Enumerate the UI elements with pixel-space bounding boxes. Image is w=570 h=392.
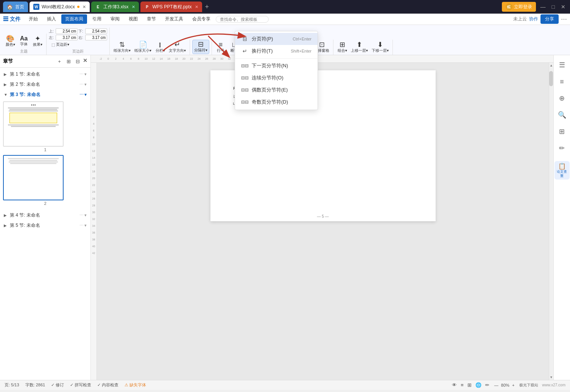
view-icon[interactable]: 👁 bbox=[452, 382, 457, 388]
cloud-button[interactable]: 未上云 bbox=[513, 16, 527, 22]
menu-start[interactable]: 开始 bbox=[25, 14, 42, 24]
tab-excel[interactable]: E 工作簿3.xlsx ✕ bbox=[91, 2, 139, 12]
ribbon-font-btn[interactable]: Aa 字体 bbox=[17, 35, 30, 48]
sidebar-view-btn[interactable]: ☰ bbox=[555, 58, 569, 72]
sidebar-search-btn[interactable]: 🔍 bbox=[555, 108, 569, 122]
menu-vip[interactable]: 会员专享 bbox=[188, 14, 214, 24]
file-menu[interactable]: ☰ 文件 bbox=[3, 16, 20, 23]
sidebar-list-btn[interactable]: ≡ bbox=[555, 75, 569, 88]
content-check[interactable]: ✓ 内容检查 bbox=[97, 382, 118, 388]
scrollbar-vertical[interactable]: ▲ ▼ bbox=[549, 63, 553, 380]
menu-right: 未上云 协作 分享 ⋯ bbox=[513, 14, 567, 24]
scrollbar-thumb[interactable] bbox=[549, 71, 553, 86]
ribbon-group-btn[interactable]: ⊞ 组合▾ bbox=[336, 40, 349, 54]
missing-font[interactable]: ⚠ 缺失字体 bbox=[125, 382, 146, 388]
thumbnail-1[interactable]: ■ ■ ■ 1 bbox=[3, 101, 87, 152]
sidebar-edit-btn[interactable]: ✏ bbox=[555, 141, 569, 155]
ribbon-textdir-btn[interactable]: ↵ 文字方向▾ bbox=[167, 40, 187, 54]
chapter-section-4[interactable]: ▶ 第 4 节: 未命名 ⋯ ▾ bbox=[0, 210, 90, 220]
ribbon-breaks-btn[interactable]: ⊟ 分隔符▾ bbox=[192, 40, 209, 54]
ribbon-columns-btn[interactable]: ⫿ 分栏▾ bbox=[154, 40, 167, 54]
win-maximize[interactable]: □ bbox=[550, 4, 556, 10]
zoom-minus-btn[interactable]: — bbox=[493, 383, 500, 387]
scroll-up-btn[interactable]: ▲ bbox=[550, 64, 553, 67]
win-minimize[interactable]: — bbox=[539, 4, 547, 10]
tab-home[interactable]: 🏠 首页 bbox=[3, 2, 28, 12]
chapter-5-chevron-icon[interactable]: ▾ bbox=[84, 223, 87, 228]
thumbnail-2[interactable]: 2 bbox=[3, 155, 87, 206]
layout-icon[interactable]: ≡ bbox=[461, 382, 464, 388]
sidebar-add-btn[interactable]: ⊕ bbox=[555, 91, 569, 105]
bringforward-icon: ⬆ bbox=[357, 41, 362, 48]
chapter-4-chevron-icon[interactable]: ▾ bbox=[84, 213, 87, 218]
ribbon-sendbackward-btn[interactable]: ⬇ 下移一层▾ bbox=[370, 40, 390, 54]
ribbon-margins-btn[interactable]: ⬚ 页边距▾ bbox=[49, 41, 72, 48]
dropdown-even-page[interactable]: ⊟⊟ 偶数页分节符(E) bbox=[235, 84, 318, 96]
menu-chapter[interactable]: 章节 bbox=[143, 14, 160, 24]
chapter-5-menu-icon[interactable]: ⋯ bbox=[79, 223, 84, 228]
chapter-expand-btn[interactable]: ⊞ bbox=[65, 57, 72, 65]
dropdown-page-break[interactable]: ⊟ 分页符(P) Ctrl+Enter bbox=[235, 33, 318, 45]
share-button[interactable]: 分享 bbox=[540, 14, 559, 24]
scroll-down-btn[interactable]: ▼ bbox=[550, 375, 553, 379]
chapter-2-menu-icon[interactable]: ⋯ bbox=[79, 82, 84, 87]
sidebar-grid-btn[interactable]: ⊞ bbox=[555, 125, 569, 138]
chapter-header: 章节 + ⊞ ⊟ ✕ bbox=[0, 55, 90, 68]
web-icon[interactable]: 🌐 bbox=[475, 382, 481, 388]
win-close[interactable]: ✕ bbox=[559, 4, 567, 10]
dropdown-odd-page[interactable]: ⊟⊟ 奇数页分节符(D) bbox=[235, 96, 318, 108]
margin-right-input[interactable] bbox=[85, 35, 107, 40]
chapter-2-chevron-icon[interactable]: ▾ bbox=[84, 82, 87, 87]
ribbon-orientation-btn[interactable]: ⇅ 纸张方向▾ bbox=[112, 40, 132, 54]
chapter-4-menu-icon[interactable]: ⋯ bbox=[79, 213, 84, 218]
more-menu-icon[interactable]: ⋯ bbox=[561, 15, 567, 23]
chapter-section-5[interactable]: ▶ 第 5 节: 未命名 ⋯ ▾ bbox=[0, 220, 90, 231]
menu-insert[interactable]: 插入 bbox=[43, 14, 60, 24]
login-button[interactable]: tE 立即登录 bbox=[502, 2, 536, 12]
edit-icon[interactable]: ✏ bbox=[485, 382, 489, 388]
chapter-3-chevron-icon[interactable]: ▾ bbox=[84, 92, 87, 97]
chapter-section-3[interactable]: ▼ 第 3 节: 未命名 ⋯ ▾ bbox=[0, 90, 90, 100]
doc-pages-area[interactable]: 内容示例文字段落 这里是文档页面的内容区域，包含一些示例文字段落。 Lorem … bbox=[97, 63, 549, 380]
chapter-close-btn[interactable]: ✕ bbox=[83, 57, 87, 65]
add-tab-button[interactable]: + bbox=[204, 3, 211, 11]
chapter-1-menu-icon[interactable]: ⋯ bbox=[79, 72, 84, 77]
track-changes[interactable]: ✓ 修订 bbox=[51, 382, 64, 388]
menu-dev[interactable]: 开发工具 bbox=[161, 14, 187, 24]
margin-bottom-input[interactable] bbox=[85, 28, 107, 34]
ribbon-bringforward-btn[interactable]: ⬆ 上移一层▾ bbox=[349, 40, 369, 54]
orientation-icon: ⇅ bbox=[119, 41, 125, 48]
search-input[interactable] bbox=[216, 16, 269, 23]
essay-check-button[interactable]: 📋 论文查重 bbox=[554, 161, 570, 180]
tab-ppt[interactable]: P WPS PPT教程.pptx ✕ bbox=[140, 2, 202, 12]
spell-check[interactable]: ✓ 拼写检查 bbox=[70, 382, 91, 388]
margin-top-input[interactable] bbox=[56, 28, 78, 34]
margin-left-input[interactable] bbox=[56, 35, 78, 40]
dropdown-next-page[interactable]: ⊟⊟ 下一页分节符(N) bbox=[235, 60, 318, 72]
excel-tab-close[interactable]: ✕ bbox=[132, 5, 135, 9]
colab-button[interactable]: 协作 bbox=[529, 16, 538, 22]
zoom-plus-btn[interactable]: + bbox=[511, 383, 515, 387]
zoom-controls: — 80% + bbox=[493, 383, 515, 387]
chapter-section-1[interactable]: ▶ 第 1 节: 未命名 ⋯ ▾ bbox=[0, 69, 90, 79]
chapter-add-btn[interactable]: + bbox=[56, 57, 63, 65]
chapter-section-2[interactable]: ▶ 第 2 节: 未命名 ⋯ ▾ bbox=[0, 79, 90, 90]
menu-view[interactable]: 视图 bbox=[125, 14, 142, 24]
menu-review[interactable]: 审阅 bbox=[107, 14, 123, 24]
chapter-1-chevron-icon[interactable]: ▾ bbox=[84, 72, 87, 77]
menu-layout[interactable]: 页面布局 bbox=[61, 14, 87, 24]
ppt-tab-close[interactable]: ✕ bbox=[195, 5, 198, 9]
site-watermark: www.x27.com bbox=[542, 383, 565, 387]
dropdown-continuous[interactable]: ⊟⊟ 连续分节符(O) bbox=[235, 72, 318, 84]
word-tab-close[interactable]: ✕ bbox=[83, 5, 86, 9]
ribbon-size-btn[interactable]: 📄 纸张大小▾ bbox=[133, 40, 153, 54]
table-icon[interactable]: ⊞ bbox=[467, 382, 472, 388]
menu-reference[interactable]: 引用 bbox=[89, 14, 105, 24]
chapter-3-menu-icon[interactable]: ⋯ bbox=[79, 92, 84, 97]
dropdown-line-break[interactable]: ↵ 换行符(T) Shift+Enter bbox=[235, 45, 318, 57]
tab-word[interactable]: W Word教程2.docx ✕ bbox=[30, 2, 90, 12]
ribbon-lineno-btn[interactable]: ≡ 行号 bbox=[214, 40, 227, 54]
ribbon-theme-color-btn[interactable]: 🎨 颜色▾ bbox=[4, 34, 17, 48]
ribbon-effect-btn[interactable]: ✦ 效果▾ bbox=[31, 34, 44, 48]
chapter-collapse-btn[interactable]: ⊟ bbox=[74, 57, 81, 65]
